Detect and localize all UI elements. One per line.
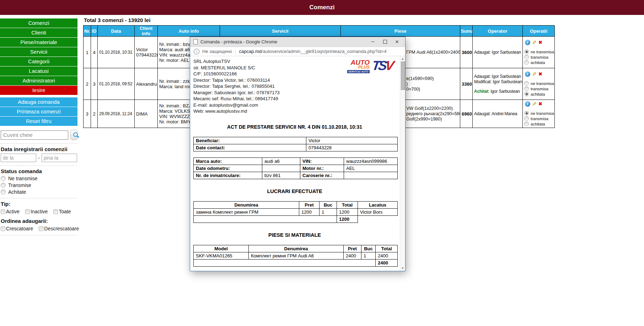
operator-line: Adaugat: Igor Sarbustean	[474, 50, 521, 55]
edit-pencil-icon[interactable]	[532, 101, 537, 107]
cell-data: 01.10.2018, 09:52	[98, 68, 135, 100]
achitat-label: Achitat:	[474, 89, 489, 94]
checkbox-icon	[1, 226, 5, 231]
column-header-total: Total	[376, 245, 398, 252]
sidebar-item-lacatusi[interactable]: Lacatusi	[0, 66, 77, 76]
minimize-button[interactable]	[367, 37, 379, 47]
date-filter-title: Data inregistrarii comenzii	[1, 146, 77, 152]
status-radio-group: ne transmisatransmisaachitata	[524, 111, 553, 126]
sidebar-item-piese-materiale[interactable]: Piese/materiale	[0, 38, 77, 47]
search-button[interactable]	[70, 130, 77, 140]
edit-pencil-icon[interactable]	[532, 71, 537, 77]
sidebar-item-comenzi[interactable]: Comenzi	[0, 18, 77, 28]
status-radio-achitata[interactable]: achitata	[524, 60, 553, 65]
radio-icon	[1, 176, 6, 181]
sidebar-item-servicii[interactable]: Servicii	[0, 47, 77, 57]
sidebar-actions: Adauga comandaPrinteaza comenziReset fil…	[0, 97, 77, 126]
column-header-servicii: Servicii	[220, 26, 341, 37]
doc-cell: SKF-VKMA01265	[194, 252, 249, 259]
edit-pencil-icon[interactable]	[532, 40, 537, 45]
checkbox-icon	[1, 209, 5, 214]
column-header-piese: Piese	[341, 26, 460, 37]
status-radio-ne-transmisa[interactable]: ne transmisa	[524, 111, 553, 116]
tip-option-inactive[interactable]: Inactive	[25, 209, 48, 214]
radio-label: transmisa	[531, 55, 548, 59]
cell-client-info: DIMA	[135, 100, 158, 128]
doc-cell: 1	[320, 208, 337, 215]
sidebar-item-categorii[interactable]: Categorii	[0, 57, 77, 66]
action-reset-filtru[interactable]: Reset filtru	[0, 117, 77, 126]
total-value: 1200	[337, 215, 358, 223]
status-radio-ne-transmisa[interactable]: ne transmisa	[524, 49, 553, 54]
scroll-up-icon[interactable]: ▲	[400, 57, 405, 60]
radio-label: transmisa	[531, 117, 548, 121]
operator-line: Modificat: Igor Sarbustean	[474, 79, 521, 85]
popup-scrollbar[interactable]: ▲ ▼	[400, 56, 405, 271]
action-printeaza-comenzi[interactable]: Printeaza comenzi	[0, 107, 77, 116]
status-radio-ne-transmisa[interactable]: ne transmisa	[524, 81, 553, 86]
status-option-achitate[interactable]: Achitate	[1, 189, 77, 195]
sidebar: ComenziClientiPiese/materialeServiciiCat…	[0, 18, 77, 238]
tip-option-active[interactable]: Active	[1, 209, 20, 214]
delete-x-icon[interactable]	[538, 71, 543, 77]
status-radio-transmisa[interactable]: transmisa	[524, 86, 553, 91]
column-header-operator: Operator	[473, 26, 523, 37]
divider	[0, 165, 77, 166]
scroll-thumb[interactable]	[401, 62, 405, 90]
status-radio-transmisa[interactable]: transmisa	[524, 55, 553, 59]
order-option-crescatoare[interactable]: Crescatoare	[1, 226, 33, 231]
checkbox-icon	[39, 226, 43, 231]
row-action-icons	[525, 71, 553, 77]
radio-icon	[1, 189, 6, 194]
info-icon[interactable]	[525, 101, 530, 107]
status-radio-transmisa[interactable]: transmisa	[524, 116, 553, 121]
sidebar-item-clienti[interactable]: Clienti	[0, 28, 77, 37]
piesa-line: ГРМ Audi A6(1x2400=2400)	[406, 50, 458, 55]
date-to-input[interactable]	[42, 154, 77, 162]
status-option-ne-transmise[interactable]: Ne transmise	[1, 176, 77, 181]
action-adauga-comanda[interactable]: Adauga comanda	[0, 97, 77, 107]
total-row: 1200	[194, 215, 398, 223]
sidebar-item-iesire[interactable]: Iesire	[0, 86, 77, 95]
option-label: Active	[6, 209, 20, 214]
radio-icon	[1, 183, 6, 188]
column-header-total: Total	[337, 201, 358, 208]
scroll-down-icon[interactable]: ▼	[400, 267, 405, 270]
popup-urlbar: i Не защищено | capcap.md/autoservice/ad…	[190, 47, 405, 56]
sidebar-item-administratori[interactable]: Administratori	[0, 76, 77, 85]
delete-x-icon[interactable]	[538, 101, 543, 107]
status-radio-achitata[interactable]: achitata	[524, 122, 553, 126]
tip-option-toate[interactable]: Toate	[53, 209, 71, 214]
order-option-descrescatoare[interactable]: Descrescatoare	[39, 226, 79, 231]
piese-table: ModelDenumireaPretBucTotal SKF-VKMA01265…	[193, 245, 398, 267]
lucrari-table: DenumireaPretBucTotalLacatus замена Комп…	[193, 201, 398, 223]
operator-achitat-line: Achitat: Igor Sarbustean	[474, 89, 521, 94]
cell-client-info: Alexandru	[135, 68, 158, 100]
page-info-icon[interactable]: i	[194, 49, 199, 54]
maximize-button[interactable]	[379, 37, 391, 47]
close-button[interactable]: ×	[391, 37, 403, 47]
company-line: Director: Talpa Victor, tel.: 076003114	[193, 77, 396, 84]
option-label: Ne transmise	[8, 176, 37, 181]
date-from-input[interactable]	[1, 154, 36, 162]
option-label: Toate	[59, 209, 71, 214]
cell-data: 29.09.2018, 11:24	[98, 100, 135, 128]
info-icon[interactable]	[525, 71, 530, 77]
cell-client-info: Victor079443228	[135, 37, 158, 68]
auto-row: Date odometru:Motor nr.:AEL	[194, 165, 398, 172]
value-cell: AEL	[344, 165, 398, 172]
status-option-transmise[interactable]: Transmise	[1, 182, 77, 188]
search-input[interactable]	[1, 130, 68, 140]
column-header-buc: Buc	[320, 201, 337, 208]
column-header-model: Model	[194, 245, 249, 252]
status-radio-achitata[interactable]: achitata	[524, 92, 553, 96]
url-text: capcap.md/autoservice/admin__gik91oqn/pr…	[239, 49, 386, 54]
status-filter-title: Status comanda	[1, 168, 77, 174]
info-icon[interactable]	[525, 40, 530, 45]
cell-operatii: ne transmisatransmisaachitata	[523, 100, 555, 128]
divider	[0, 235, 77, 235]
client-line: Alexandru	[136, 81, 156, 87]
delete-x-icon[interactable]	[538, 40, 543, 45]
status-radio-group: ne transmisatransmisaachitata	[524, 81, 553, 96]
radio-icon	[524, 60, 529, 65]
